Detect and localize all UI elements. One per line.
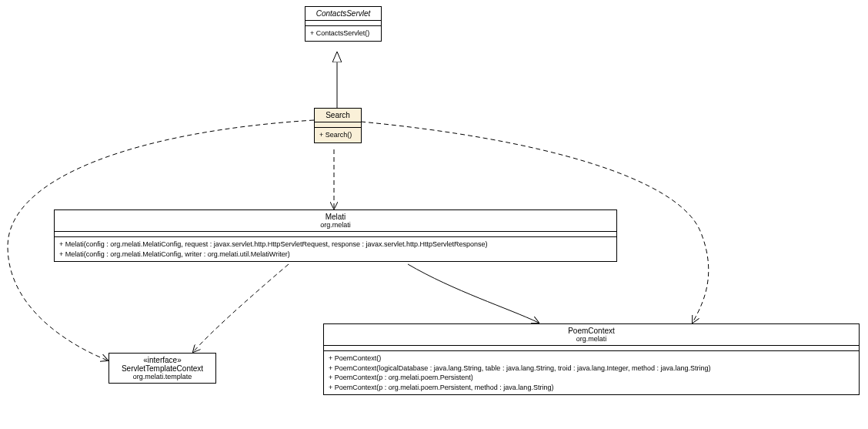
class-name: ContactsServlet <box>316 9 371 18</box>
class-title: «interface» ServletTemplateContext org.m… <box>109 354 215 383</box>
class-package: org.melati.template <box>115 373 209 380</box>
method-item: + Melati(config : org.melati.MelatiConfi… <box>59 250 612 260</box>
class-package: org.melati <box>61 221 610 229</box>
method-item: + Search() <box>319 130 356 140</box>
class-title: Melati org.melati <box>55 210 616 232</box>
class-attributes-empty <box>55 232 616 237</box>
class-stereotype: «interface» <box>115 356 209 364</box>
class-methods: + Melati(config : org.melati.MelatiConfi… <box>55 237 616 261</box>
method-item: + PoemContext(p : org.melati.poem.Persis… <box>329 383 854 393</box>
class-poem-context: PoemContext org.melati + PoemContext() +… <box>323 323 860 395</box>
method-item: + PoemContext() <box>329 354 854 364</box>
method-item: + PoemContext(p : org.melati.poem.Persis… <box>329 373 854 383</box>
class-methods: + ContactsServlet() <box>305 26 381 41</box>
class-contacts-servlet: ContactsServlet + ContactsServlet() <box>305 6 382 42</box>
method-item: + Melati(config : org.melati.MelatiConfi… <box>59 240 612 250</box>
edge-dependency-melati-servlettemplatecontext <box>193 264 289 352</box>
class-package: org.melati <box>330 335 853 343</box>
class-methods: + PoemContext() + PoemContext(logicalDat… <box>324 351 859 394</box>
class-attributes-empty <box>324 346 859 351</box>
class-servlet-template-context: «interface» ServletTemplateContext org.m… <box>108 353 216 384</box>
class-attributes-empty <box>305 21 381 26</box>
class-title: PoemContext org.melati <box>324 324 859 346</box>
class-name: Melati <box>61 213 610 221</box>
class-name: Search <box>326 111 350 119</box>
class-title: ContactsServlet <box>305 7 381 21</box>
class-search: Search + Search() <box>314 108 362 143</box>
class-name: ServletTemplateContext <box>115 364 209 373</box>
method-item: + PoemContext(logicalDatabase : java.lan… <box>329 364 854 374</box>
class-attributes-empty <box>315 122 361 128</box>
edge-association-melati-poemcontext <box>408 264 539 323</box>
class-name: PoemContext <box>330 327 853 335</box>
class-melati: Melati org.melati + Melati(config : org.… <box>54 209 617 262</box>
method-item: + ContactsServlet() <box>310 28 376 39</box>
class-title: Search <box>315 109 361 122</box>
class-methods: + Search() <box>315 128 361 142</box>
